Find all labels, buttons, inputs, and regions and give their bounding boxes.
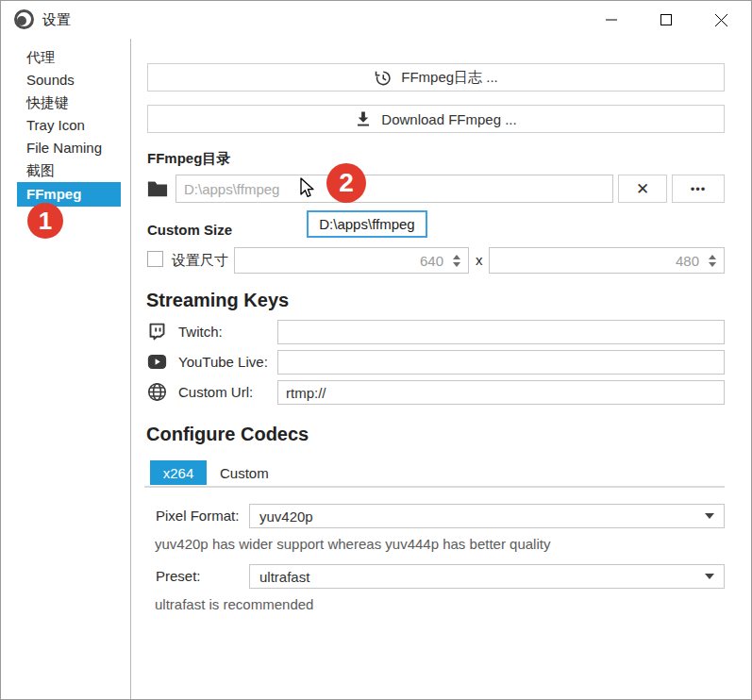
preset-help: ultrafast is recommended <box>155 596 313 612</box>
minimize-button[interactable] <box>584 1 639 39</box>
clear-x-icon: ✕ <box>636 179 649 199</box>
pixel-format-label: Pixel Format: <box>156 508 239 524</box>
youtube-live-label: YouTube Live: <box>178 354 268 370</box>
chevron-down-icon <box>705 574 714 579</box>
size-separator: x <box>476 252 483 268</box>
close-button[interactable] <box>694 1 748 39</box>
custom-size-label: Custom Size <box>147 222 232 238</box>
spin-up-icon[interactable] <box>709 255 716 259</box>
pixel-format-dropdown[interactable]: yuv420p <box>249 504 725 528</box>
ffmpeg-dir-input[interactable] <box>175 175 613 203</box>
title-bar: 设置 <box>1 1 751 39</box>
settings-window: 设置 代理 Sounds 快捷键 Tray Icon File Naming 截… <box>0 0 752 700</box>
height-value: 480 <box>676 248 699 273</box>
ffmpeg-log-button[interactable]: FFmpeg日志 ... <box>147 63 725 92</box>
preset-label: Preset: <box>156 568 201 584</box>
dir-tooltip: D:\apps\ffmpeg <box>307 210 427 238</box>
browse-dir-button[interactable]: ••• <box>672 175 725 203</box>
preset-dropdown[interactable]: ultrafast <box>249 564 725 589</box>
minimize-icon <box>606 14 617 25</box>
download-icon <box>355 110 372 127</box>
window-title: 设置 <box>42 1 71 39</box>
step-badge-2: 2 <box>326 163 366 203</box>
spin-down-icon[interactable] <box>453 262 460 267</box>
download-ffmpeg-button[interactable]: Download FFmpeg ... <box>147 105 725 133</box>
ffmpeg-log-label: FFmpeg日志 ... <box>401 69 498 87</box>
twitch-label: Twitch: <box>178 324 223 340</box>
sidebar-item-screenshot[interactable]: 截图 <box>17 159 121 182</box>
step-badge-1: 1 <box>27 203 63 239</box>
sidebar-item-proxy[interactable]: 代理 <box>17 46 121 69</box>
mouse-cursor-icon <box>295 176 316 199</box>
clear-dir-button[interactable]: ✕ <box>618 175 667 203</box>
sidebar-item-tray-icon[interactable]: Tray Icon <box>17 114 121 137</box>
custom-url-input[interactable] <box>277 380 725 405</box>
history-clock-icon <box>374 69 392 87</box>
twitch-key-input[interactable] <box>277 320 725 344</box>
width-stepper[interactable]: 640 <box>234 247 469 274</box>
app-record-icon <box>14 9 34 29</box>
sidebar-item-sounds[interactable]: Sounds <box>17 69 121 92</box>
youtube-icon <box>147 353 167 371</box>
ellipsis-icon: ••• <box>691 182 707 196</box>
height-stepper[interactable]: 480 <box>489 247 725 274</box>
tab-x264[interactable]: x264 <box>150 460 207 485</box>
close-icon <box>715 14 727 26</box>
streaming-keys-heading: Streaming Keys <box>146 290 289 311</box>
maximize-button[interactable] <box>639 1 694 39</box>
tab-divider <box>144 486 725 488</box>
sidebar-item-file-naming[interactable]: File Naming <box>17 137 121 159</box>
preset-value: ultrafast <box>259 569 309 585</box>
folder-icon <box>147 179 168 197</box>
pixel-format-value: yuv420p <box>259 508 313 525</box>
spin-down-icon[interactable] <box>709 262 716 267</box>
configure-codecs-heading: Configure Codecs <box>146 424 309 445</box>
width-value: 640 <box>420 248 443 273</box>
chevron-down-icon <box>705 513 714 519</box>
maximize-icon <box>660 14 672 25</box>
sidebar-item-hotkeys[interactable]: 快捷键 <box>17 92 121 114</box>
ffmpeg-dir-label: FFmpeg目录 <box>147 150 230 168</box>
spin-up-icon[interactable] <box>453 255 460 259</box>
globe-icon <box>147 382 167 402</box>
sidebar-item-ffmpeg[interactable]: FFmpeg <box>17 182 121 207</box>
sidebar-divider <box>130 39 131 700</box>
set-size-checkbox-label: 设置尺寸 <box>172 252 228 270</box>
custom-url-label: Custom Url: <box>178 384 253 400</box>
pixel-format-help: yuv420p has wider support whereas yuv444… <box>155 536 550 552</box>
tab-custom[interactable]: Custom <box>220 460 269 485</box>
set-size-checkbox[interactable] <box>147 251 163 267</box>
twitch-icon <box>147 322 167 342</box>
download-ffmpeg-label: Download FFmpeg ... <box>381 111 516 127</box>
youtube-key-input[interactable] <box>277 350 725 375</box>
